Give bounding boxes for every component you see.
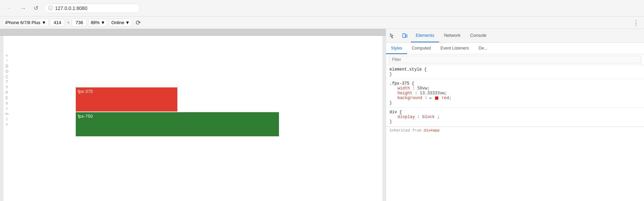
html-source-strip: < ! D O C T Y P E h t m l > <box>3 36 10 201</box>
address-bar[interactable]: ⓘ 127.0.0.1:8080 <box>44 3 140 13</box>
devtools-tabs: Elements Network Console <box>411 29 644 42</box>
background-arrow[interactable]: ▶ <box>430 96 432 100</box>
forward-button[interactable]: → <box>18 4 28 12</box>
rule-div: div { display : block ; } <box>386 108 644 127</box>
rule-close-brace-div: } <box>389 119 392 124</box>
subtab-de[interactable]: De... <box>474 43 492 54</box>
devtools-panel: Elements Network Console Styles Computed… <box>386 29 644 201</box>
prop-background: background <box>397 96 422 100</box>
tab-network[interactable]: Network <box>439 29 465 42</box>
prop-height: height <box>397 91 412 96</box>
display-value: block <box>422 115 435 119</box>
red-bar: fpx-375 <box>76 87 177 112</box>
rule-selector-div: div { <box>389 110 402 115</box>
device-dropdown-icon: ▼ <box>42 20 46 25</box>
width-input[interactable] <box>50 19 65 27</box>
device-icon <box>402 33 407 39</box>
tab-console[interactable]: Console <box>465 29 491 42</box>
zoom-dropdown-icon: ▼ <box>101 20 105 25</box>
rule-close-brace-fpx375: } <box>389 100 392 105</box>
viewport-ruler <box>0 29 386 36</box>
inspect-element-button[interactable] <box>386 29 398 42</box>
styles-content: element.style { } .fpx-375 { width : 50v… <box>386 65 644 201</box>
red-bar-label: fpx-375 <box>78 89 93 94</box>
info-icon: ⓘ <box>48 5 53 11</box>
background-value: red; <box>442 96 451 100</box>
device-selector[interactable]: iPhone 6/7/8 Plus ▼ <box>3 19 49 27</box>
network-dropdown-icon: ▼ <box>125 20 130 25</box>
prop-width: width <box>397 86 410 91</box>
rule-element-style: element.style { } <box>386 65 644 79</box>
tab-elements[interactable]: Elements <box>411 29 439 42</box>
styles-subtabs: Styles Computed Event Listeners De... <box>386 43 644 54</box>
network-selector[interactable]: Online ▼ <box>109 19 132 27</box>
svg-rect-0 <box>403 34 405 38</box>
zoom-selector[interactable]: 89% ▼ <box>88 19 107 27</box>
height-input[interactable] <box>72 19 87 27</box>
subtab-event-listeners[interactable]: Event Listeners <box>436 43 474 54</box>
rule-fpx-375: .fpx-375 { width : 50vw; height : 13.333… <box>386 79 644 108</box>
viewport: < ! D O C T Y P E h t m l > fpx-375 <box>0 29 386 201</box>
viewport-content: < ! D O C T Y P E h t m l > fpx-375 <box>3 36 382 201</box>
svg-rect-1 <box>406 35 407 37</box>
green-bar-label: fpx-750 <box>78 114 93 119</box>
rule-selector-fpx375: .fpx-375 { <box>389 81 414 86</box>
rule-close-brace: } <box>389 72 392 77</box>
reload-button[interactable]: ↺ <box>32 4 40 12</box>
zoom-label: 89% <box>91 20 100 25</box>
bars-area: fpx-375 fpx-750 <box>76 87 279 136</box>
styles-filter-input[interactable] <box>389 56 641 63</box>
cursor-icon <box>389 33 395 39</box>
more-options-button[interactable]: ⋮ <box>631 18 641 27</box>
rotate-button[interactable]: ⟳ <box>134 18 143 27</box>
subtab-styles[interactable]: Styles <box>386 43 407 54</box>
device-label: iPhone 6/7/8 Plus <box>5 20 40 25</box>
device-mode-button[interactable] <box>398 29 411 42</box>
devtools-header: Elements Network Console <box>386 29 644 43</box>
subtab-computed[interactable]: Computed <box>407 43 436 54</box>
back-button[interactable]: ← <box>4 4 14 12</box>
filter-bar <box>386 54 644 65</box>
dimension-separator: × <box>66 20 71 25</box>
devtools-toolbar: iPhone 6/7/8 Plus ▼ × 89% ▼ Online ▼ ⟳ ⋮ <box>0 17 644 29</box>
main-content: < ! D O C T Y P E h t m l > fpx-375 <box>0 29 644 201</box>
color-swatch-red[interactable] <box>435 96 438 100</box>
green-bar: fpx-750 <box>76 112 279 136</box>
styles-panel: Styles Computed Event Listeners De... el… <box>386 43 644 201</box>
prop-display: display <box>397 115 415 119</box>
inherited-label: Inherited from div#app <box>386 127 644 133</box>
network-label: Online <box>111 20 124 25</box>
rule-selector: element.style { <box>389 67 427 72</box>
address-text: 127.0.0.1:8080 <box>55 6 87 11</box>
browser-chrome: ← → ↺ ⓘ 127.0.0.1:8080 <box>0 0 644 17</box>
